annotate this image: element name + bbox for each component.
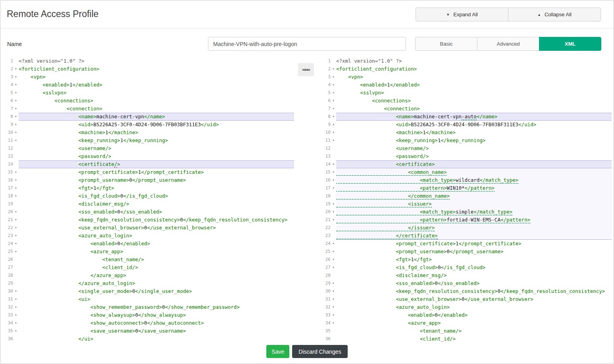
code-line[interactable]: 11▾ <keep_running>1</keep_running> [321, 137, 612, 144]
code-text[interactable]: <connections> [336, 97, 612, 105]
code-text[interactable]: <forticlient_configuration> [336, 65, 612, 73]
fold-toggle-icon[interactable]: ▾ [331, 105, 336, 113]
code-text[interactable]: <show_alwaysup>0</show_alwaysup> [19, 311, 294, 319]
code-line[interactable]: 17▾ <fgt>1</fgt> [4, 184, 294, 192]
code-line[interactable]: 1<?xml version="1.0" ?> [4, 57, 294, 65]
code-line[interactable]: 36 <client_id/> [321, 335, 612, 343]
fold-toggle-icon[interactable]: ▾ [13, 224, 19, 232]
code-line[interactable]: 29▾ <sso_enabled>0</sso_enabled> [321, 279, 612, 287]
code-text[interactable]: <password/> [19, 152, 294, 160]
code-text[interactable]: <sslvpn> [19, 89, 294, 97]
code-line[interactable]: 28 <disclaimer_msg/> [321, 272, 612, 279]
fold-toggle-icon[interactable]: ▾ [13, 327, 19, 335]
code-line[interactable]: 26▾ <fgt>1</fgt> [321, 256, 612, 264]
fold-toggle-icon[interactable]: ▾ [331, 121, 336, 129]
code-line[interactable]: 32▾ <azure_auto_login> [321, 303, 612, 311]
code-text[interactable]: <single_user_mode>0</single_user_mode> [19, 287, 294, 295]
code-text[interactable]: <show_autoconnect>0</show_autoconnect> [19, 319, 294, 327]
code-line[interactable]: 18▾ <is_fgd_cloud>0</is_fgd_cloud> [4, 192, 294, 200]
code-line[interactable]: 4▾ <enabled>1</enabled> [4, 81, 294, 89]
tab-advanced[interactable]: Advanced [477, 37, 539, 51]
code-text[interactable]: <keep_fqdn_resolution_consistency>0</kee… [19, 216, 294, 224]
code-text[interactable]: <prompt_username>0</prompt_username> [336, 248, 612, 256]
fold-toggle-icon[interactable]: ▾ [331, 89, 336, 97]
expand-all-button[interactable]: ▼ Expand All [416, 8, 508, 21]
fold-toggle-icon[interactable]: ▾ [13, 240, 19, 248]
fold-toggle-icon[interactable]: ▾ [331, 256, 336, 264]
fold-toggle-icon[interactable]: ▾ [331, 200, 336, 208]
code-text[interactable]: <machine>1</machine> [19, 129, 294, 137]
code-line[interactable]: 7▾ <connection> [321, 105, 612, 113]
code-line[interactable]: 32▾ <show_remember_password>0</show_reme… [4, 303, 294, 311]
code-line[interactable]: 30▾ <keep_fqdn_resolution_consistency>0<… [321, 287, 612, 295]
fold-toggle-icon[interactable]: ▾ [13, 216, 19, 224]
fold-toggle-icon[interactable]: ▾ [331, 279, 336, 287]
code-text[interactable]: <name>machine-cert-vpn-auto</name> [336, 113, 612, 121]
fold-toggle-icon[interactable]: ▾ [13, 113, 19, 121]
code-line[interactable]: 5▾ <sslvpn> [4, 89, 294, 97]
fold-toggle-icon[interactable]: ▾ [331, 65, 336, 73]
code-line[interactable]: 23▾ <azure_auto_login> [4, 232, 294, 240]
fold-toggle-icon[interactable]: ▾ [331, 295, 336, 303]
code-text[interactable]: </azure_app> [19, 272, 294, 279]
code-text[interactable]: </certificate> [336, 232, 612, 240]
code-line[interactable]: 12 <username/> [321, 144, 612, 152]
code-text[interactable]: <prompt_certificate>1</prompt_certificat… [19, 168, 294, 176]
fold-toggle-icon[interactable]: ▾ [331, 287, 336, 295]
code-text[interactable]: <enabled>1</enabled> [336, 81, 612, 89]
code-text[interactable]: <sslvpn> [336, 89, 612, 97]
save-button[interactable]: Save [266, 345, 289, 358]
code-line[interactable]: 12 <username/> [4, 144, 294, 152]
code-line[interactable]: 6▾ <connections> [321, 97, 612, 105]
code-line[interactable]: 31▾ <ui> [4, 295, 294, 303]
code-text[interactable]: <?xml version="1.0" ?> [19, 57, 294, 65]
code-line[interactable]: 21▾ <keep_fqdn_resolution_consistency>0<… [4, 216, 294, 224]
code-text[interactable]: <tenant_name/> [19, 256, 294, 264]
code-line[interactable]: 33▾ <show_alwaysup>0</show_alwaysup> [4, 311, 294, 319]
code-text[interactable]: <username/> [19, 144, 294, 152]
code-line[interactable]: 3▾ <vpn> [4, 73, 294, 81]
code-text[interactable]: <client_id/> [336, 335, 612, 343]
code-line[interactable]: 27▾ <is_fgd_cloud>0</is_fgd_cloud> [321, 264, 612, 272]
code-line[interactable]: 15▾ <prompt_certificate>1</prompt_certif… [4, 168, 294, 176]
code-line[interactable]: 25▾ <azure_app> [4, 248, 294, 256]
fold-toggle-icon[interactable]: ▾ [331, 240, 336, 248]
code-line[interactable]: 3▾ <vpn> [321, 73, 612, 81]
scroll-lock-button[interactable]: ⇛⇚ [298, 63, 314, 76]
code-line[interactable]: 35 <tenant_name/> [321, 327, 612, 335]
code-text[interactable]: <keep_running>1</keep_running> [336, 137, 612, 144]
fold-toggle-icon[interactable]: ▾ [331, 113, 336, 121]
fold-toggle-icon[interactable]: ▾ [13, 303, 19, 311]
code-line[interactable]: 8▾ <name>machine-cert-vpn-auto</name> [321, 113, 612, 121]
fold-toggle-icon[interactable]: ▾ [331, 319, 336, 327]
fold-toggle-icon[interactable]: ▾ [331, 216, 336, 224]
code-text[interactable]: <match_type>simple</match_type> [336, 208, 612, 216]
left-editor[interactable]: 1<?xml version="1.0" ?>2▾<forticlient_co… [4, 57, 294, 343]
right-editor[interactable]: 1<?xml version="1.0" ?>2▾<forticlient_co… [321, 57, 612, 343]
fold-toggle-icon[interactable]: ▾ [13, 97, 19, 105]
code-line[interactable]: 17▾ <pattern>WIN10*</pattern> [321, 184, 612, 192]
code-line[interactable]: 9▾ <uid>B5226A25-3CF0-4D24-9D06-7FB03BF3… [4, 121, 294, 129]
code-text[interactable]: <connection> [19, 105, 294, 113]
code-text[interactable]: </common_name> [336, 192, 612, 200]
tab-basic[interactable]: Basic [415, 37, 477, 51]
code-line[interactable]: 7▾ <connection> [4, 105, 294, 113]
code-text[interactable]: <vpn> [19, 73, 294, 81]
code-text[interactable]: <common_name> [336, 168, 612, 176]
code-line[interactable]: 36 </ui> [4, 335, 294, 343]
code-line[interactable]: 26 <tenant_name/> [4, 256, 294, 264]
tab-xml[interactable]: XML [539, 37, 601, 51]
code-text[interactable]: <sso_enabled>0</sso_enabled> [19, 208, 294, 216]
code-text[interactable]: <enabled>0</enabled> [19, 240, 294, 248]
fold-toggle-icon[interactable]: ▾ [331, 129, 336, 137]
code-text[interactable]: <keep_running>1</keep_running> [19, 137, 294, 144]
code-line[interactable]: 33▾ <enabled>0</enabled> [321, 311, 612, 319]
collapse-all-button[interactable]: ▲ Collapse All [508, 8, 601, 21]
fold-toggle-icon[interactable]: ▾ [331, 97, 336, 105]
code-text[interactable]: </issuer> [336, 224, 612, 232]
code-line[interactable]: 30▾ <single_user_mode>0</single_user_mod… [4, 287, 294, 295]
fold-toggle-icon[interactable]: ▾ [13, 287, 19, 295]
code-text[interactable]: <azure_auto_login> [19, 232, 294, 240]
fold-toggle-icon[interactable]: ▾ [331, 311, 336, 319]
code-text[interactable]: <fgt>1</fgt> [336, 256, 612, 264]
